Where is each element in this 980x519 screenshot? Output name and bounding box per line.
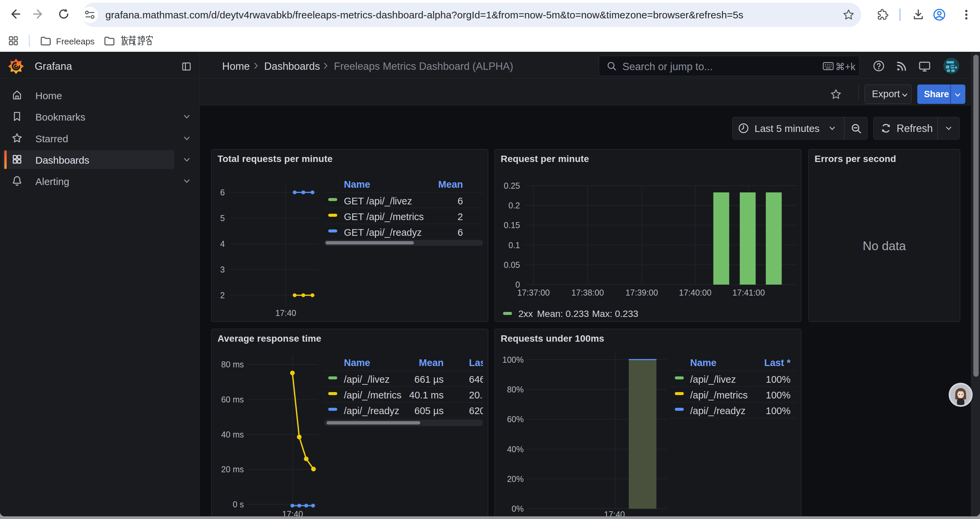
svg-text:0%: 0% [512, 504, 524, 513]
svg-text:0.05: 0.05 [504, 260, 520, 270]
svg-text:20%: 20% [507, 474, 524, 484]
svg-text:0.1: 0.1 [508, 241, 520, 250]
svg-text:17:40: 17:40 [282, 509, 303, 516]
svg-text:20 ms: 20 ms [221, 465, 244, 474]
svg-text:80%: 80% [507, 385, 524, 394]
svg-text:17:39:00: 17:39:00 [625, 288, 658, 297]
svg-text:17:37:00: 17:37:00 [517, 288, 550, 297]
svg-text:0.25: 0.25 [504, 181, 520, 190]
svg-text:0.15: 0.15 [504, 220, 520, 230]
svg-text:80 ms: 80 ms [221, 360, 244, 369]
svg-text:6: 6 [220, 188, 225, 197]
svg-text:0 s: 0 s [233, 500, 244, 509]
svg-text:60 ms: 60 ms [221, 395, 244, 404]
svg-text:17:41:00: 17:41:00 [732, 288, 765, 297]
svg-text:4: 4 [220, 239, 225, 249]
svg-text:3: 3 [220, 265, 225, 274]
svg-text:17:38:00: 17:38:00 [571, 288, 604, 297]
svg-text:17:40:00: 17:40:00 [679, 288, 711, 297]
svg-text:0.2: 0.2 [508, 201, 520, 210]
svg-text:60%: 60% [507, 414, 524, 424]
svg-text:40%: 40% [507, 444, 524, 454]
svg-text:17:40: 17:40 [604, 509, 625, 516]
svg-text:2: 2 [220, 291, 225, 300]
svg-text:100%: 100% [502, 355, 524, 364]
svg-text:5: 5 [220, 213, 225, 223]
svg-text:40 ms: 40 ms [221, 430, 244, 439]
svg-text:17:40: 17:40 [275, 308, 296, 318]
